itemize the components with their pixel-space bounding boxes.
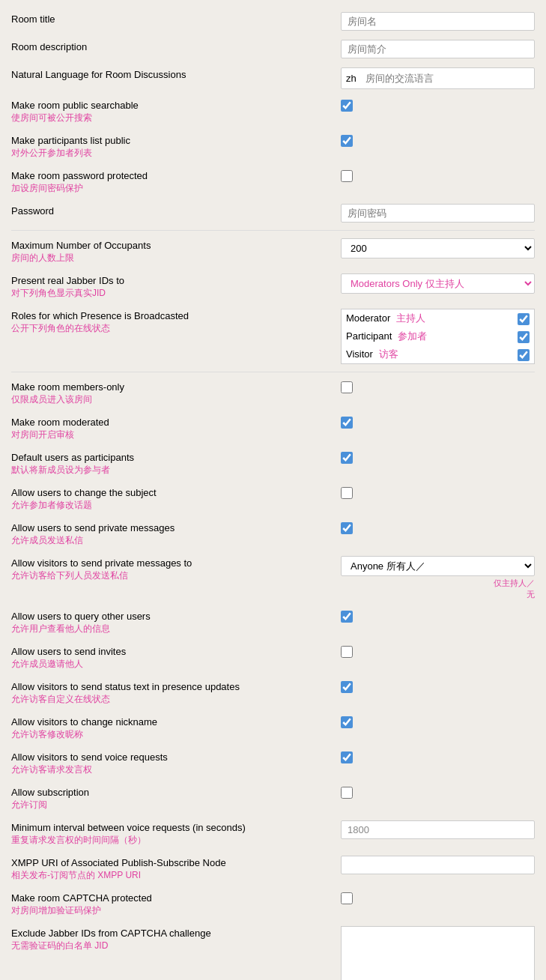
presence-moderator-row: Moderator 主持人 [342,309,534,327]
visitors-private-row: Allow visitors to send private messages … [11,551,535,605]
visitors-private-control: Anyone 所有人／ 仅主持人／ 无 仅主持人／无 [341,556,535,600]
query-users-label: Allow users to query other users 允许用户查看他… [11,609,341,635]
captcha-label: Make room CAPTCHA protected 对房间增加验证码保护 [11,891,341,917]
change-nickname-checkbox[interactable] [341,716,353,728]
send-invites-control [341,644,535,658]
password-protected-control [341,169,535,182]
room-title-label: Room title [11,12,341,25]
present-jids-label: Present real Jabber IDs to 对下列角色显示真实JID [11,273,341,300]
voice-requests-control [341,750,535,763]
room-title-input[interactable] [341,12,535,31]
language-prefix: zh [346,73,357,84]
list-public-label: Make participants list public 对外公开参加者列表 [11,133,341,160]
presence-broadcast-row: Roles for which Presence is Broadcasted … [11,304,535,369]
default-participants-label: Default users as participants 默认将新成员设为参与… [11,450,341,477]
xmpp-uri-label: XMPP URI of Associated Publish-Subscribe… [11,856,341,882]
change-nickname-control [341,715,535,728]
change-subject-row: Allow users to change the subject 允许参加者修… [11,481,535,516]
room-title-control [341,12,535,31]
xmpp-uri-row: XMPP URI of Associated Publish-Subscribe… [11,851,535,886]
captcha-control [341,891,535,904]
xmpp-uri-input[interactable] [341,856,535,874]
presence-moderator-labels: Moderator 主持人 [346,312,425,325]
change-subject-label: Allow users to change the subject 允许参加者修… [11,486,341,512]
visitors-private-label: Allow visitors to send private messages … [11,556,341,582]
password-label: Password [11,204,341,217]
divider-2 [11,372,535,372]
present-jids-row: Present real Jabber IDs to 对下列角色显示真实JID … [11,269,535,304]
room-description-label: Room description [11,40,341,52]
visitors-private-select-wrapper: Anyone 所有人／ 仅主持人／ 无 仅主持人／无 [341,556,535,600]
default-participants-control [341,450,535,464]
query-users-row: Allow users to query other users 允许用户查看他… [11,605,535,640]
presence-broadcast-control: Moderator 主持人 Participant 参加者 Visitor 访客 [341,309,535,364]
present-jids-control: Moderators Only 仅主持人 所有人 [341,273,535,294]
send-invites-label: Allow users to send invites 允许成员邀请他人 [11,644,341,671]
members-only-row: Make room members-only 仅限成员进入该房间 [11,375,535,411]
present-jids-select[interactable]: Moderators Only 仅主持人 所有人 [341,273,535,294]
moderated-control [341,415,535,429]
natural-language-row: Natural Language for Room Discussions zh [11,63,535,94]
subscription-label: Allow subscription 允许订阅 [11,785,341,811]
status-text-checkbox[interactable] [341,681,353,693]
password-input[interactable] [341,204,535,223]
members-only-control [341,380,535,393]
presence-moderator-checkbox[interactable] [518,313,530,325]
voice-interval-input[interactable] [341,820,535,839]
list-public-row: Make participants list public 对外公开参加者列表 [11,129,535,164]
captcha-whitelist-textarea[interactable] [341,926,535,980]
password-protected-row: Make room password protected 加设房间密码保护 [11,164,535,199]
send-private-checkbox[interactable] [341,522,353,534]
visitors-private-select[interactable]: Anyone 所有人／ 仅主持人／ 无 [341,556,535,576]
list-public-checkbox[interactable] [341,135,353,147]
voice-interval-label: Minimum interval between voice requests … [11,820,341,847]
status-text-control [341,680,535,693]
send-invites-checkbox[interactable] [341,646,353,658]
presence-participant-row: Participant 参加者 [342,327,534,345]
visitors-private-sub-options: 仅主持人／无 [341,576,535,600]
change-subject-checkbox[interactable] [341,487,353,499]
captcha-checkbox[interactable] [341,892,353,904]
make-public-row: Make room public searchable 使房间可被公开搜索 [11,94,535,129]
captcha-whitelist-label: Exclude Jabber IDs from CAPTCHA challeng… [11,926,341,952]
divider-1 [11,230,535,231]
max-occupants-label: Maximum Number of Occupants 房间的人数上限 [11,238,341,264]
subscription-checkbox[interactable] [341,787,353,799]
make-public-checkbox[interactable] [341,100,353,112]
voice-interval-control [341,820,535,839]
status-text-row: Allow visitors to send status text in pr… [11,675,535,710]
send-invites-row: Allow users to send invites 允许成员邀请他人 [11,640,535,675]
presence-visitor-labels: Visitor 访客 [346,348,398,361]
members-only-checkbox[interactable] [341,381,353,393]
query-users-checkbox[interactable] [341,611,353,623]
room-description-input[interactable] [341,40,535,58]
password-protected-label: Make room password protected 加设房间密码保护 [11,169,341,195]
max-occupants-row: Maximum Number of Occupants 房间的人数上限 10 2… [11,234,535,269]
presence-visitor-checkbox[interactable] [518,349,530,361]
subscription-control [341,785,535,799]
default-participants-row: Default users as participants 默认将新成员设为参与… [11,446,535,481]
moderated-row: Make room moderated 对房间开启审核 [11,411,535,446]
voice-requests-row: Allow visitors to send voice requests 允许… [11,745,535,781]
send-private-control [341,521,535,534]
list-public-control [341,133,535,147]
moderated-checkbox[interactable] [341,417,353,429]
change-nickname-row: Allow visitors to change nickname 允许访客修改… [11,710,535,745]
subscription-row: Allow subscription 允许订阅 [11,781,535,816]
voice-requests-checkbox[interactable] [341,751,353,763]
room-title-row: Room title [11,7,535,35]
natural-language-label: Natural Language for Room Discussions [11,67,341,80]
room-description-row: Room description [11,35,535,63]
send-private-row: Allow users to send private messages 允许成… [11,516,535,551]
password-protected-checkbox[interactable] [341,170,353,182]
presence-participant-checkbox[interactable] [518,331,530,343]
send-private-label: Allow users to send private messages 允许成… [11,521,341,547]
max-occupants-control: 10 20 30 50 100 200 Unlimited [341,238,535,258]
room-description-control [341,40,535,58]
presence-options-box: Moderator 主持人 Participant 参加者 Visitor 访客 [341,309,535,364]
default-participants-checkbox[interactable] [341,452,353,464]
xmpp-uri-control [341,856,535,874]
presence-visitor-row: Visitor 访客 [342,345,534,363]
max-occupants-select[interactable]: 10 20 30 50 100 200 Unlimited [341,238,535,258]
language-input[interactable] [360,70,530,87]
